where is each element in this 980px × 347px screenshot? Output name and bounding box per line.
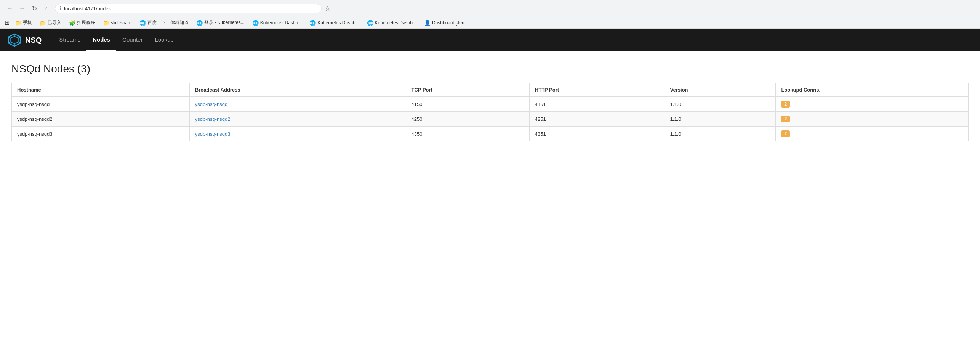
folder-icon-3: 📁: [103, 20, 109, 26]
main-content: NSQd Nodes (3) Hostname Broadcast Addres…: [0, 51, 980, 153]
cell-hostname: ysdp-nsq-nsqd2: [12, 112, 190, 127]
broadcast-link[interactable]: ysdp-nsq-nsqd1: [195, 101, 231, 107]
cell-version: 1.1.0: [665, 112, 776, 127]
cell-version: 1.1.0: [665, 127, 776, 141]
broadcast-link[interactable]: ysdp-nsq-nsqd2: [195, 116, 231, 122]
home-button[interactable]: ⌂: [41, 3, 52, 14]
security-icon: ℹ: [60, 6, 62, 11]
bookmark-label-8: Kubernetes Dashb...: [317, 20, 359, 26]
back-button[interactable]: ←: [5, 3, 15, 14]
lookupd-badge: 2: [781, 116, 790, 122]
puzzle-icon: 🧩: [69, 20, 75, 26]
cell-lookupd-conns: 2: [776, 112, 969, 127]
bookmark-baidu[interactable]: 🌐 百度一下，你就知道: [137, 19, 191, 27]
cell-lookupd-conns: 2: [776, 127, 969, 141]
broadcast-link[interactable]: ysdp-nsq-nsqd3: [195, 131, 231, 137]
cell-tcp-port: 4350: [406, 127, 529, 141]
user-icon: 👤: [424, 20, 431, 26]
bookmark-dashboard[interactable]: 👤 Dashboard [Jen: [422, 19, 467, 27]
cell-http-port: 4251: [529, 112, 665, 127]
col-tcp-port: TCP Port: [406, 83, 529, 97]
bookmark-label-2: 已导入: [48, 19, 61, 26]
browser-chrome: ← → ↻ ⌂ ℹ localhost:4171/nodes ☆ ⊞ 📁 手机 …: [0, 0, 980, 29]
page-title: NSQd Nodes (3): [11, 63, 969, 75]
bookmark-label-9: Kubernetes Dashb...: [375, 20, 416, 26]
bookmark-label-3: 扩展程序: [77, 19, 95, 26]
col-hostname: Hostname: [12, 83, 190, 97]
bookmark-label-7: Kubernetes Dashb...: [260, 20, 302, 26]
address-bar[interactable]: ℹ localhost:4171/nodes: [55, 4, 322, 13]
reload-button[interactable]: ↻: [29, 3, 40, 14]
bookmark-label-4: slideshare: [111, 20, 132, 26]
bookmark-imported[interactable]: 📁 已导入: [37, 19, 64, 27]
bookmark-apps[interactable]: 📁 手机: [13, 19, 34, 27]
lookupd-badge: 2: [781, 101, 790, 108]
globe-icon-5: 🌐: [367, 20, 373, 26]
globe-icon: 🌐: [139, 20, 146, 26]
nav-link-lookup[interactable]: Lookup: [149, 29, 179, 51]
col-http-port: HTTP Port: [529, 83, 665, 97]
cell-version: 1.1.0: [665, 97, 776, 112]
nsq-navbar: NSQ Streams Nodes Counter Lookup: [0, 29, 980, 51]
nsq-logo-text: NSQ: [25, 36, 42, 45]
forward-button[interactable]: →: [17, 3, 27, 14]
url-display: localhost:4171/nodes: [64, 6, 111, 11]
cell-http-port: 4151: [529, 97, 665, 112]
bookmark-label-6: 登录 - Kubernetes...: [204, 19, 245, 26]
bookmark-k8s-login[interactable]: 🌐 登录 - Kubernetes...: [194, 19, 247, 27]
bookmark-label-5: 百度一下，你就知道: [147, 19, 189, 26]
bookmark-label-10: Dashboard [Jen: [432, 20, 464, 26]
bookmarks-bar: ⊞ 📁 手机 📁 已导入 🧩 扩展程序 📁 slideshare 🌐 百度一下，…: [0, 17, 980, 28]
table-body: ysdp-nsq-nsqd1ysdp-nsq-nsqd1415041511.1.…: [12, 97, 969, 141]
bookmark-label: 手机: [23, 19, 32, 26]
col-broadcast: Broadcast Address: [189, 83, 406, 97]
table-header: Hostname Broadcast Address TCP Port HTTP…: [12, 83, 969, 97]
star-icon[interactable]: ☆: [325, 4, 331, 13]
cell-tcp-port: 4250: [406, 112, 529, 127]
table-header-row: Hostname Broadcast Address TCP Port HTTP…: [12, 83, 969, 97]
cell-broadcast: ysdp-nsq-nsqd1: [189, 97, 406, 112]
bookmark-k8s-dash1[interactable]: 🌐 Kubernetes Dashb...: [250, 19, 304, 27]
table-row: ysdp-nsq-nsqd2ysdp-nsq-nsqd2425042511.1.…: [12, 112, 969, 127]
nsq-logo-icon: [8, 33, 21, 47]
nodes-table: Hostname Broadcast Address TCP Port HTTP…: [11, 83, 969, 141]
col-version: Version: [665, 83, 776, 97]
nsq-logo[interactable]: NSQ: [8, 33, 42, 47]
nav-link-streams[interactable]: Streams: [53, 29, 86, 51]
bookmark-k8s-dash3[interactable]: 🌐 Kubernetes Dashb...: [365, 19, 419, 27]
cell-tcp-port: 4150: [406, 97, 529, 112]
cell-lookupd-conns: 2: [776, 97, 969, 112]
bookmark-k8s-dash2[interactable]: 🌐 Kubernetes Dashb...: [307, 19, 361, 27]
folder-icon-2: 📁: [40, 20, 46, 26]
globe-icon-3: 🌐: [252, 20, 259, 26]
globe-icon-2: 🌐: [196, 20, 203, 26]
table-row: ysdp-nsq-nsqd1ysdp-nsq-nsqd1415041511.1.…: [12, 97, 969, 112]
svg-marker-1: [11, 36, 18, 44]
col-lookupd: Lookupd Conns.: [776, 83, 969, 97]
nav-link-counter[interactable]: Counter: [116, 29, 149, 51]
cell-hostname: ysdp-nsq-nsqd1: [12, 97, 190, 112]
cell-hostname: ysdp-nsq-nsqd3: [12, 127, 190, 141]
globe-icon-4: 🌐: [309, 20, 316, 26]
apps-icon[interactable]: ⊞: [5, 19, 10, 26]
cell-http-port: 4351: [529, 127, 665, 141]
nsq-nav-links: Streams Nodes Counter Lookup: [53, 29, 179, 51]
bookmark-slideshare[interactable]: 📁 slideshare: [101, 19, 134, 27]
lookupd-badge: 2: [781, 130, 790, 137]
table-row: ysdp-nsq-nsqd3ysdp-nsq-nsqd3435043511.1.…: [12, 127, 969, 141]
nav-buttons: ← → ↻ ⌂: [5, 3, 52, 14]
bookmark-extensions[interactable]: 🧩 扩展程序: [67, 19, 98, 27]
cell-broadcast: ysdp-nsq-nsqd2: [189, 112, 406, 127]
folder-icon: 📁: [15, 20, 21, 26]
nav-link-nodes[interactable]: Nodes: [86, 29, 116, 51]
browser-toolbar: ← → ↻ ⌂ ℹ localhost:4171/nodes ☆: [0, 0, 980, 17]
cell-broadcast: ysdp-nsq-nsqd3: [189, 127, 406, 141]
